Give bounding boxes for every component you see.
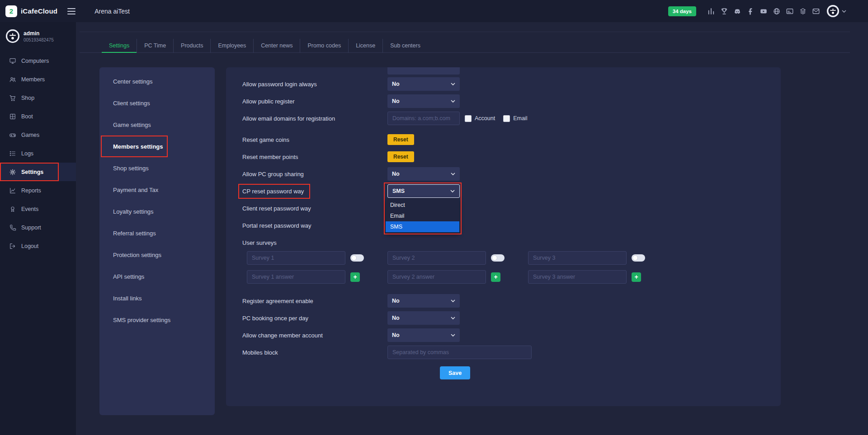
form-row-allow-password-login: Allow password login always No	[226, 75, 781, 93]
dropdown-option-direct[interactable]: Direct	[386, 200, 459, 210]
sidebar-item-computers[interactable]: Computers	[0, 51, 76, 70]
youtube-icon[interactable]	[760, 7, 768, 15]
trophy-icon[interactable]	[720, 7, 728, 15]
form-row-mobiles-block: Mobiles block	[226, 344, 781, 361]
sidebar-item-boot[interactable]: Boot	[0, 107, 76, 126]
account-checkbox-group: Account	[465, 115, 495, 122]
sidebar-item-logout[interactable]: Logout	[0, 237, 76, 255]
main-area: Settings PC Time Products Employees Cent…	[76, 22, 868, 435]
sidebar-item-support[interactable]: Support	[0, 218, 76, 237]
email-domains-input[interactable]	[387, 112, 460, 125]
nav-item-protection-settings[interactable]: Protection settings	[99, 244, 215, 266]
nav-item-api-settings[interactable]: API settings	[99, 266, 215, 287]
cp-reset-password-way-select[interactable]: SMS	[387, 184, 460, 198]
form-row-reset-game-coins: Reset game coins Reset	[226, 131, 781, 148]
nav-item-client-settings[interactable]: Client settings	[99, 92, 215, 114]
analytics-icon[interactable]	[707, 7, 715, 15]
card-icon[interactable]	[786, 7, 794, 15]
tab-employees[interactable]: Employees	[210, 39, 253, 53]
form-row-register-agreement: Register agreement enable No	[226, 292, 781, 309]
tab-center-news[interactable]: Center news	[253, 39, 300, 53]
topbar-icon-strip	[707, 7, 820, 15]
chevron-down-icon	[451, 83, 455, 85]
app-window: 2 iCafeCloud Arena aiTest 34 days	[0, 0, 868, 435]
tab-strip: Settings PC Time Products Employees Cent…	[80, 39, 850, 53]
add-survey-3-answer-button[interactable]: +	[632, 272, 641, 282]
tab-promo-codes[interactable]: Promo codes	[300, 39, 348, 53]
sidebar-item-settings[interactable]: Settings	[0, 163, 76, 181]
allow-change-member-account-select[interactable]: No	[387, 328, 460, 342]
sidebar-item-label: Shop	[21, 95, 34, 101]
nav-item-payment-and-tax[interactable]: Payment and Tax	[99, 179, 215, 201]
form-row-allow-pc-group-sharing: Allow PC group sharing No	[226, 165, 781, 182]
nav-item-center-settings[interactable]: Center settings	[99, 70, 215, 92]
sidebar-item-games[interactable]: Games	[0, 126, 76, 144]
layers-icon[interactable]	[799, 7, 807, 15]
field-label: Allow email domains for registration	[242, 115, 387, 122]
tab-license[interactable]: License	[348, 39, 382, 53]
user-menu-chevron-icon[interactable]	[842, 10, 846, 13]
sidebar-user-block[interactable]: admin 005193482475	[6, 29, 54, 43]
survey-1-answer-input[interactable]	[247, 270, 345, 284]
survey-2-answer-cell: +	[387, 270, 528, 284]
survey-2-input[interactable]	[387, 251, 486, 265]
allow-password-login-select[interactable]: No	[387, 77, 460, 91]
allow-public-register-select[interactable]: No	[387, 94, 460, 108]
pc-booking-select[interactable]: No	[387, 311, 460, 325]
dropdown-option-sms[interactable]: SMS	[386, 221, 459, 232]
survey-3-input[interactable]	[528, 251, 627, 265]
sidebar-item-reports[interactable]: Reports	[0, 181, 76, 200]
computers-icon	[9, 57, 16, 65]
chevron-down-icon	[451, 173, 455, 175]
hamburger-menu-icon[interactable]	[67, 8, 75, 14]
sidebar-item-label: Members	[21, 76, 45, 83]
members-icon	[9, 76, 16, 83]
reports-icon	[9, 187, 16, 194]
nav-item-shop-settings[interactable]: Shop settings	[99, 157, 215, 179]
mobiles-block-input[interactable]	[387, 346, 532, 359]
nav-item-loyalty-settings[interactable]: Loyalty settings	[99, 201, 215, 222]
account-checkbox[interactable]	[465, 115, 472, 122]
facebook-icon[interactable]	[746, 7, 755, 15]
survey-1-input[interactable]	[247, 251, 345, 265]
user-avatar[interactable]	[827, 5, 839, 17]
license-days-badge[interactable]: 34 days	[668, 6, 696, 16]
sidebar-item-members[interactable]: Members	[0, 70, 76, 89]
dropdown-option-email[interactable]: Email	[386, 210, 459, 221]
sidebar-item-shop[interactable]: Shop	[0, 89, 76, 107]
add-survey-2-answer-button[interactable]: +	[491, 272, 500, 282]
reset-game-coins-button[interactable]: Reset	[387, 134, 414, 145]
survey-2-toggle[interactable]	[491, 254, 505, 262]
mail-icon[interactable]	[812, 7, 820, 15]
nav-item-install-links[interactable]: Install links	[99, 287, 215, 309]
survey-1-toggle[interactable]	[350, 254, 364, 262]
sidebar-item-events[interactable]: Events	[0, 200, 76, 218]
sidebar-user-id: 005193482475	[24, 37, 54, 42]
sidebar-item-logs[interactable]: Logs	[0, 144, 76, 163]
logout-icon	[9, 243, 16, 250]
email-checkbox-group: Email	[503, 115, 527, 122]
tab-products[interactable]: Products	[173, 39, 210, 53]
allow-pc-group-sharing-select[interactable]: No	[387, 167, 460, 181]
add-survey-1-answer-button[interactable]: +	[350, 272, 360, 282]
save-button[interactable]: Save	[440, 366, 470, 379]
nav-item-game-settings[interactable]: Game settings	[99, 114, 215, 136]
discord-icon[interactable]	[733, 7, 741, 15]
globe-icon[interactable]	[773, 7, 781, 15]
email-checkbox[interactable]	[503, 115, 510, 122]
survey-3-answer-input[interactable]	[528, 270, 627, 284]
brand-logo-icon[interactable]: 2	[5, 5, 17, 17]
survey-3-toggle[interactable]	[632, 254, 645, 262]
nav-item-referral-settings[interactable]: Referral settings	[99, 222, 215, 244]
sidebar-user-name: admin	[24, 30, 54, 37]
tab-sub-centers[interactable]: Sub centers	[382, 39, 428, 53]
register-agreement-select[interactable]: No	[387, 294, 460, 308]
survey-2-answer-input[interactable]	[387, 270, 486, 284]
clipped-select[interactable]	[387, 67, 460, 75]
nav-item-members-settings[interactable]: Members settings	[99, 136, 215, 157]
tab-pc-time[interactable]: PC Time	[137, 39, 173, 53]
nav-item-sms-provider-settings[interactable]: SMS provider settings	[99, 309, 215, 331]
reset-member-points-button[interactable]: Reset	[387, 151, 414, 162]
boot-icon	[9, 113, 16, 120]
tab-settings[interactable]: Settings	[102, 39, 137, 53]
